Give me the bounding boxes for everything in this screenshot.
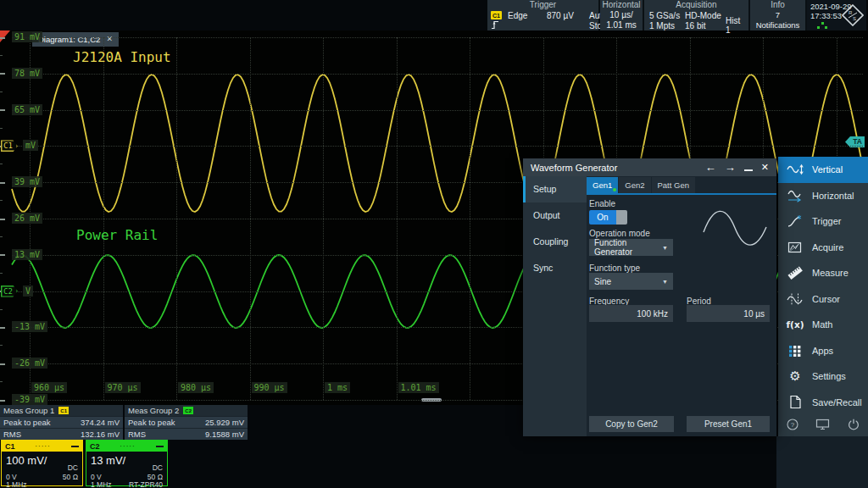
waveform-annotation: Power Rail: [76, 227, 158, 243]
frequency-field[interactable]: 100 kHz: [589, 305, 673, 322]
toolbar-acquisition-section[interactable]: Acquisition 5 GSa/s HD-Mode 1 Mpts 16 bi…: [644, 0, 750, 30]
sidebar-item-label: Save/Recall: [812, 397, 862, 408]
diagram-tab-close-icon[interactable]: ✕: [106, 32, 113, 47]
measurement-group-title: Meas Group 2: [128, 406, 179, 415]
period-field[interactable]: 10 µs: [687, 305, 770, 322]
function-type-select[interactable]: Sine ▼: [589, 273, 673, 290]
axis-tick: [0, 363, 5, 365]
bottom-right-background: [776, 436, 868, 488]
sidebar-item-horizontal[interactable]: Horizontal: [778, 183, 868, 209]
function-type-value: Sine: [594, 277, 611, 286]
tab-gen1[interactable]: Gen1: [587, 177, 618, 193]
dialog-nav-output[interactable]: Output: [523, 202, 587, 229]
enable-toggle[interactable]: On: [589, 210, 627, 225]
drag-handle-icon[interactable]: ·····: [100, 444, 156, 449]
minimize-icon[interactable]: [71, 446, 79, 447]
sidebar-item-measure[interactable]: Measure: [778, 260, 868, 286]
sidebar-item-settings[interactable]: ⚙Settings: [778, 363, 868, 390]
tab-gen2[interactable]: Gen2: [619, 177, 650, 193]
gridline-horizontal: [12, 37, 863, 38]
measurement-row: RMS9.1588 mV: [125, 428, 248, 440]
svg-text:?: ?: [791, 421, 795, 429]
dialog-nav-sync[interactable]: Sync: [523, 255, 587, 281]
help-icon[interactable]: ?: [787, 419, 798, 434]
dialog-nav: SetupOutputCouplingSync: [523, 176, 587, 436]
channel-coupling: DC: [153, 463, 163, 472]
tab-pattgen[interactable]: Patt Gen: [652, 177, 696, 193]
dialog-title: Waveform Generator: [531, 163, 697, 173]
sidebar-item-math[interactable]: f(x)Math: [778, 312, 868, 338]
history: Hist 1: [726, 16, 743, 35]
toolbar-trigger-section[interactable]: Trigger C1 Edge 870 µV Auto Stop: [487, 0, 600, 30]
x-axis-label: 1 ms: [325, 382, 350, 393]
frequency-value: 100 kHz: [637, 309, 668, 319]
acquisition-mode: HD-Mode: [685, 11, 726, 20]
horizontal-position: 1.01 ms: [600, 20, 643, 30]
svg-text:S: S: [853, 16, 856, 21]
axis-tick: [0, 73, 5, 75]
back-arrow-icon[interactable]: ←: [705, 161, 716, 174]
measurement-row: RMS132.16 mV: [0, 428, 123, 440]
function-type-label: Function type: [589, 263, 640, 273]
channel-badge-c1[interactable]: C1·····100 mV/DC0 V50 Ω1 MHz: [1, 440, 83, 486]
acquire-icon: [778, 241, 812, 254]
channel-badge-header[interactable]: C2·····: [86, 441, 167, 452]
channel-badge-c2[interactable]: C2·····13 mV/DC0 V50 Ω1 MHzRT-ZPR40: [86, 440, 168, 486]
channel-badge-header[interactable]: C1·····: [2, 441, 82, 452]
drag-handle-icon[interactable]: ·····: [15, 444, 71, 449]
gridline-horizontal: [12, 74, 863, 75]
sidebar-item-label: Horizontal: [812, 191, 854, 201]
dialog-nav-setup[interactable]: Setup: [523, 176, 587, 202]
axis-midtick: [0, 309, 3, 310]
minimize-icon[interactable]: [156, 446, 164, 447]
y-axis-label: 26 mV: [12, 213, 42, 224]
sidebar-footer: ?: [778, 415, 868, 436]
gridline-vertical: [323, 37, 324, 400]
sidebar-item-cursor[interactable]: Cursor: [778, 286, 868, 313]
sidebar-item-apps[interactable]: Apps: [778, 338, 868, 364]
sidebar-item-trigger[interactable]: Trigger: [778, 208, 868, 235]
dialog-title-bar[interactable]: Waveform Generator ← → ✕: [523, 158, 776, 176]
cursor-icon: [778, 292, 812, 306]
operation-mode-value: Function Generator: [594, 238, 662, 257]
gridline-horizontal: [12, 146, 863, 147]
channel-id: C1: [5, 442, 15, 451]
channel-badge-body: 13 mV/DC0 V50 Ω1 MHzRT-ZPR40: [86, 452, 167, 485]
axis-tick: [0, 327, 5, 329]
power-icon[interactable]: [848, 419, 860, 434]
dialog-nav-coupling[interactable]: Coupling: [523, 229, 587, 255]
display-icon[interactable]: [815, 419, 830, 434]
channel-probe: RT-ZPR40: [129, 480, 163, 488]
copy-to-gen2-button[interactable]: Copy to Gen2: [589, 416, 674, 432]
toolbar-info-section[interactable]: Info 7 Notifications: [750, 0, 807, 30]
gridline-vertical: [470, 37, 470, 400]
forward-arrow-icon[interactable]: →: [725, 161, 736, 174]
horizontal-scale: 10 µs/: [600, 10, 643, 20]
channel-scale: 13 mV/: [91, 454, 125, 467]
gear-icon: ⚙: [778, 370, 812, 383]
operation-mode-select[interactable]: Function Generator ▼: [589, 239, 673, 256]
minimize-icon[interactable]: [744, 169, 753, 171]
trigger-source-badge: C1: [491, 11, 502, 19]
sidebar-item-label: Trigger: [812, 216, 841, 226]
measurement-value: 132.16 mV: [81, 430, 120, 439]
toolbar-horizontal-section[interactable]: Horizontal 10 µs/ 1.01 ms: [600, 0, 644, 30]
measurement-group-header[interactable]: Meas Group 2C2: [125, 405, 248, 416]
measurement-group-header[interactable]: Meas Group 1C1: [0, 405, 123, 416]
measurement-group: Meas Group 1C1Peak to peak374.24 mVRMS13…: [0, 405, 123, 439]
x-axis-label: 990 µs: [252, 382, 287, 393]
sidebar-item-save-recall[interactable]: Save/Recall: [778, 390, 868, 416]
preset-gen1-button[interactable]: Preset Gen1: [687, 416, 770, 432]
sidebar-item-label: Vertical: [812, 164, 843, 175]
axis-midtick: [0, 55, 3, 56]
axis-midtick: [0, 164, 3, 164]
rohde-schwarz-logo: R S: [842, 4, 864, 28]
svg-text:R: R: [849, 10, 853, 15]
y-axis-label: 39 mV: [12, 176, 42, 187]
sidebar-item-acquire[interactable]: Acquire: [778, 235, 868, 261]
measurement-name: Peak to peak: [3, 418, 50, 427]
channel-coupling: DC: [68, 463, 78, 472]
close-icon[interactable]: ✕: [761, 162, 769, 173]
diagram-tab[interactable]: Diagram1: C1,C2 ✕: [32, 32, 119, 47]
sidebar-item-vertical[interactable]: Vertical: [778, 157, 868, 183]
